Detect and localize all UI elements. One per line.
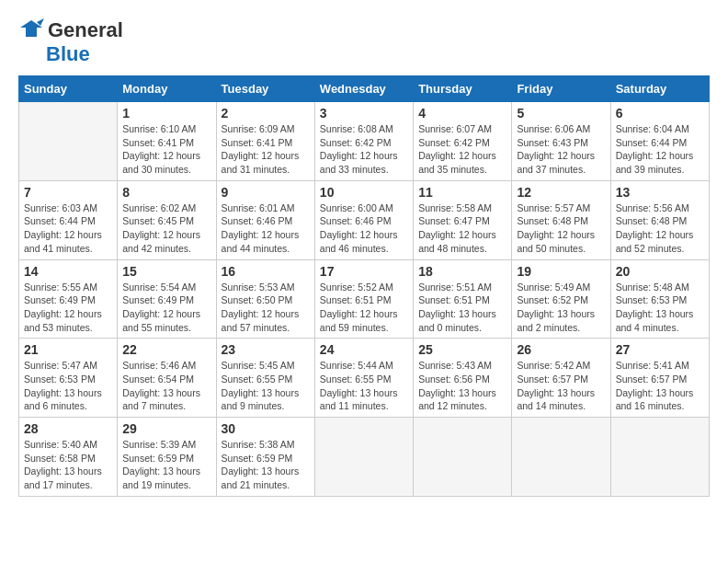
day-info: Sunrise: 5:53 AM Sunset: 6:50 PM Dayligh… [222, 281, 310, 335]
calendar-cell: 20Sunrise: 5:48 AM Sunset: 6:53 PM Dayli… [610, 259, 709, 339]
calendar-cell: 30Sunrise: 5:38 AM Sunset: 6:59 PM Dayli… [216, 418, 314, 497]
calendar-cell: 24Sunrise: 5:44 AM Sunset: 6:55 PM Dayli… [314, 339, 413, 418]
day-info: Sunrise: 5:57 AM Sunset: 6:48 PM Dayligh… [517, 201, 605, 256]
calendar-cell: 21Sunrise: 5:47 AM Sunset: 6:53 PM Dayli… [19, 339, 118, 418]
calendar-cell: 6Sunrise: 6:04 AM Sunset: 6:44 PM Daylig… [610, 102, 709, 181]
day-info: Sunrise: 5:38 AM Sunset: 6:59 PM Dayligh… [222, 438, 310, 492]
calendar-cell: 4Sunrise: 6:07 AM Sunset: 6:42 PM Daylig… [414, 102, 512, 181]
calendar-week-row: 14Sunrise: 5:55 AM Sunset: 6:49 PM Dayli… [19, 259, 710, 339]
day-info: Sunrise: 5:49 AM Sunset: 6:52 PM Dayligh… [517, 281, 605, 335]
day-info: Sunrise: 6:03 AM Sunset: 6:44 PM Dayligh… [24, 201, 112, 256]
calendar-cell: 11Sunrise: 5:58 AM Sunset: 6:47 PM Dayli… [414, 180, 512, 259]
calendar-cell: 5Sunrise: 6:06 AM Sunset: 6:43 PM Daylig… [512, 102, 610, 181]
day-number: 8 [122, 185, 210, 200]
weekday-header: Sunday [19, 76, 118, 102]
calendar-cell: 19Sunrise: 5:49 AM Sunset: 6:52 PM Dayli… [512, 259, 610, 339]
svg-marker-1 [37, 18, 44, 26]
calendar-cell [19, 102, 118, 181]
day-number: 11 [418, 185, 506, 200]
day-info: Sunrise: 5:45 AM Sunset: 6:55 PM Dayligh… [222, 359, 310, 413]
page-header: General Blue [18, 18, 710, 66]
weekday-header: Thursday [414, 76, 512, 102]
calendar-week-row: 1Sunrise: 6:10 AM Sunset: 6:41 PM Daylig… [19, 102, 710, 181]
calendar-cell: 7Sunrise: 6:03 AM Sunset: 6:44 PM Daylig… [19, 180, 118, 259]
day-number: 16 [222, 264, 310, 279]
day-number: 23 [222, 342, 310, 357]
day-number: 28 [24, 421, 112, 436]
day-number: 30 [222, 421, 310, 436]
day-info: Sunrise: 6:06 AM Sunset: 6:43 PM Dayligh… [517, 122, 605, 177]
calendar-cell [610, 418, 709, 497]
calendar-cell: 10Sunrise: 6:00 AM Sunset: 6:46 PM Dayli… [314, 180, 413, 259]
calendar-cell: 26Sunrise: 5:42 AM Sunset: 6:57 PM Dayli… [512, 339, 610, 418]
day-info: Sunrise: 6:02 AM Sunset: 6:45 PM Dayligh… [122, 201, 210, 256]
day-number: 18 [418, 264, 506, 279]
calendar-cell: 8Sunrise: 6:02 AM Sunset: 6:45 PM Daylig… [118, 180, 216, 259]
header-row: SundayMondayTuesdayWednesdayThursdayFrid… [19, 76, 710, 102]
calendar-cell: 18Sunrise: 5:51 AM Sunset: 6:51 PM Dayli… [414, 259, 512, 339]
calendar-cell: 23Sunrise: 5:45 AM Sunset: 6:55 PM Dayli… [216, 339, 314, 418]
day-info: Sunrise: 5:58 AM Sunset: 6:47 PM Dayligh… [418, 201, 506, 256]
day-number: 13 [616, 185, 704, 200]
day-info: Sunrise: 5:39 AM Sunset: 6:59 PM Dayligh… [122, 438, 210, 492]
day-info: Sunrise: 5:55 AM Sunset: 6:49 PM Dayligh… [24, 281, 112, 335]
day-number: 3 [320, 106, 408, 121]
day-info: Sunrise: 5:44 AM Sunset: 6:55 PM Dayligh… [320, 359, 408, 413]
calendar-cell: 25Sunrise: 5:43 AM Sunset: 6:56 PM Dayli… [414, 339, 512, 418]
calendar-table: SundayMondayTuesdayWednesdayThursdayFrid… [18, 75, 710, 497]
calendar-cell: 3Sunrise: 6:08 AM Sunset: 6:42 PM Daylig… [314, 102, 413, 181]
day-info: Sunrise: 5:51 AM Sunset: 6:51 PM Dayligh… [418, 281, 506, 335]
day-number: 10 [320, 185, 408, 200]
calendar-cell: 28Sunrise: 5:40 AM Sunset: 6:58 PM Dayli… [19, 418, 118, 497]
calendar-cell: 2Sunrise: 6:09 AM Sunset: 6:41 PM Daylig… [216, 102, 314, 181]
day-info: Sunrise: 5:48 AM Sunset: 6:53 PM Dayligh… [616, 281, 704, 335]
day-info: Sunrise: 6:04 AM Sunset: 6:44 PM Dayligh… [616, 122, 704, 177]
day-number: 25 [418, 342, 506, 357]
weekday-header: Friday [512, 76, 610, 102]
day-info: Sunrise: 5:47 AM Sunset: 6:53 PM Dayligh… [24, 359, 112, 413]
calendar-week-row: 21Sunrise: 5:47 AM Sunset: 6:53 PM Dayli… [19, 339, 710, 418]
day-info: Sunrise: 5:41 AM Sunset: 6:57 PM Dayligh… [616, 359, 704, 413]
logo-blue: Blue [46, 42, 90, 66]
calendar-cell: 27Sunrise: 5:41 AM Sunset: 6:57 PM Dayli… [610, 339, 709, 418]
day-info: Sunrise: 6:07 AM Sunset: 6:42 PM Dayligh… [418, 122, 506, 177]
weekday-header: Wednesday [314, 76, 413, 102]
day-info: Sunrise: 6:09 AM Sunset: 6:41 PM Dayligh… [222, 122, 310, 177]
day-info: Sunrise: 6:01 AM Sunset: 6:46 PM Dayligh… [222, 201, 310, 256]
day-number: 24 [320, 342, 408, 357]
day-number: 4 [418, 106, 506, 121]
day-number: 2 [222, 106, 310, 121]
day-info: Sunrise: 5:52 AM Sunset: 6:51 PM Dayligh… [320, 281, 408, 335]
day-number: 12 [517, 185, 605, 200]
day-number: 29 [122, 421, 210, 436]
day-number: 26 [517, 342, 605, 357]
day-number: 6 [616, 106, 704, 121]
calendar-cell [314, 418, 413, 497]
day-number: 17 [320, 264, 408, 279]
day-info: Sunrise: 6:10 AM Sunset: 6:41 PM Dayligh… [122, 122, 210, 177]
calendar-cell: 16Sunrise: 5:53 AM Sunset: 6:50 PM Dayli… [216, 259, 314, 339]
day-number: 22 [122, 342, 210, 357]
day-info: Sunrise: 6:08 AM Sunset: 6:42 PM Dayligh… [320, 122, 408, 177]
day-info: Sunrise: 5:42 AM Sunset: 6:57 PM Dayligh… [517, 359, 605, 413]
calendar-cell [512, 418, 610, 497]
logo-icon [18, 18, 44, 42]
calendar-cell: 1Sunrise: 6:10 AM Sunset: 6:41 PM Daylig… [118, 102, 216, 181]
calendar-week-row: 28Sunrise: 5:40 AM Sunset: 6:58 PM Dayli… [19, 418, 710, 497]
day-number: 14 [24, 264, 112, 279]
calendar-cell: 17Sunrise: 5:52 AM Sunset: 6:51 PM Dayli… [314, 259, 413, 339]
calendar-cell: 29Sunrise: 5:39 AM Sunset: 6:59 PM Dayli… [118, 418, 216, 497]
day-number: 7 [24, 185, 112, 200]
day-info: Sunrise: 5:54 AM Sunset: 6:49 PM Dayligh… [122, 281, 210, 335]
day-number: 27 [616, 342, 704, 357]
day-number: 15 [122, 264, 210, 279]
day-number: 20 [616, 264, 704, 279]
calendar-cell: 22Sunrise: 5:46 AM Sunset: 6:54 PM Dayli… [118, 339, 216, 418]
logo: General Blue [18, 18, 123, 66]
day-number: 1 [122, 106, 210, 121]
calendar-cell: 9Sunrise: 6:01 AM Sunset: 6:46 PM Daylig… [216, 180, 314, 259]
day-info: Sunrise: 5:43 AM Sunset: 6:56 PM Dayligh… [418, 359, 506, 413]
calendar-week-row: 7Sunrise: 6:03 AM Sunset: 6:44 PM Daylig… [19, 180, 710, 259]
day-number: 5 [517, 106, 605, 121]
day-number: 9 [222, 185, 310, 200]
